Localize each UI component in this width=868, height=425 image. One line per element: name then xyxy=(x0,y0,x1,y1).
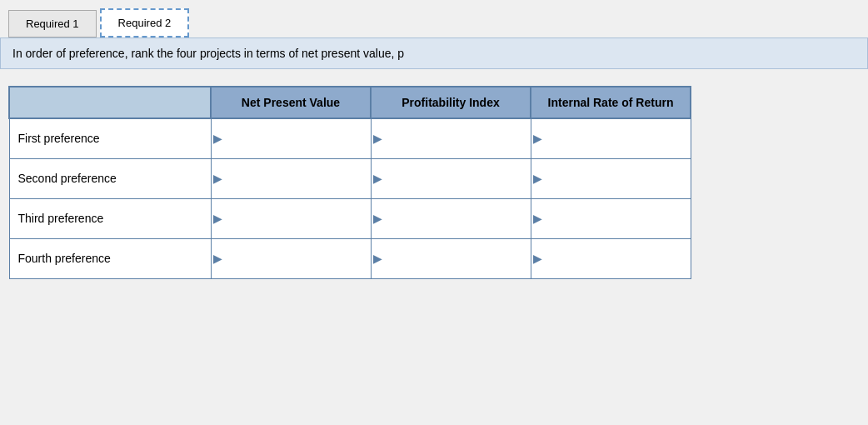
header-pi-text: Profitability Index xyxy=(402,96,499,109)
row3-irr-cell[interactable]: ▶ xyxy=(531,198,691,238)
tab-required1[interactable]: Required 1 xyxy=(8,10,97,38)
row4-label: Fourth preference xyxy=(9,238,211,278)
table-row: Fourth preference ▶ ▶ xyxy=(9,238,691,278)
row2-pi-cell[interactable]: ▶ xyxy=(371,158,531,198)
row2-irr-input[interactable] xyxy=(544,159,691,198)
row2-npv-arrow-icon: ▶ xyxy=(213,172,222,185)
header-npv: Net Present Value xyxy=(211,87,371,118)
row1-npv-cell[interactable]: ▶ xyxy=(211,118,371,158)
header-irr: Internal Rate of Return xyxy=(531,87,691,118)
row1-npv-input[interactable] xyxy=(224,119,371,158)
row3-label: Third preference xyxy=(9,198,211,238)
row4-npv-arrow-icon: ▶ xyxy=(213,252,222,265)
row3-pi-input[interactable] xyxy=(384,199,531,238)
page-container: Required 1 Required 2 In order of prefer… xyxy=(0,0,868,425)
table-row: Third preference ▶ ▶ xyxy=(9,198,691,238)
row4-pi-arrow-icon: ▶ xyxy=(373,252,382,265)
row2-label-text: Second preference xyxy=(18,172,117,185)
table-header-row: Net Present Value Profitability Index In… xyxy=(9,87,691,118)
row1-label-text: First preference xyxy=(18,132,100,145)
row4-irr-cell[interactable]: ▶ xyxy=(531,238,691,278)
row3-irr-arrow-icon: ▶ xyxy=(533,212,542,225)
row2-pi-input[interactable] xyxy=(384,159,531,198)
row2-npv-cell[interactable]: ▶ xyxy=(211,158,371,198)
row4-npv-cell[interactable]: ▶ xyxy=(211,238,371,278)
row4-label-text: Fourth preference xyxy=(18,252,111,265)
row4-irr-arrow-icon: ▶ xyxy=(533,252,542,265)
row1-irr-cell[interactable]: ▶ xyxy=(531,118,691,158)
tab-required2[interactable]: Required 2 xyxy=(100,8,190,38)
row3-pi-cell[interactable]: ▶ xyxy=(371,198,531,238)
table-row: Second preference ▶ ▶ xyxy=(9,158,691,198)
row1-label: First preference xyxy=(9,118,211,158)
row2-irr-cell[interactable]: ▶ xyxy=(531,158,691,198)
instruction-text: In order of preference, rank the four pr… xyxy=(12,47,404,60)
instruction-bar: In order of preference, rank the four pr… xyxy=(0,38,868,69)
tab-required2-label: Required 2 xyxy=(118,17,172,29)
row2-npv-input[interactable] xyxy=(224,159,371,198)
row1-irr-input[interactable] xyxy=(544,119,691,158)
row4-irr-input[interactable] xyxy=(544,239,691,278)
row3-pi-arrow-icon: ▶ xyxy=(373,212,382,225)
row2-irr-arrow-icon: ▶ xyxy=(533,172,542,185)
table-container: Net Present Value Profitability Index In… xyxy=(8,86,691,279)
table-row: First preference ▶ ▶ xyxy=(9,118,691,158)
row1-pi-arrow-icon: ▶ xyxy=(373,132,382,145)
row2-pi-arrow-icon: ▶ xyxy=(373,172,382,185)
row1-pi-cell[interactable]: ▶ xyxy=(371,118,531,158)
row3-irr-input[interactable] xyxy=(544,199,691,238)
row3-npv-input[interactable] xyxy=(224,199,371,238)
header-label-col xyxy=(9,87,211,118)
row4-pi-cell[interactable]: ▶ xyxy=(371,238,531,278)
header-pi: Profitability Index xyxy=(371,87,531,118)
header-npv-text: Net Present Value xyxy=(242,96,340,109)
row4-npv-input[interactable] xyxy=(224,239,371,278)
row3-npv-arrow-icon: ▶ xyxy=(213,212,222,225)
header-irr-text: Internal Rate of Return xyxy=(548,96,674,109)
row1-pi-input[interactable] xyxy=(384,119,531,158)
row1-npv-arrow-icon: ▶ xyxy=(213,132,222,145)
row3-npv-cell[interactable]: ▶ xyxy=(211,198,371,238)
tabs-row: Required 1 Required 2 xyxy=(8,8,868,38)
row2-label: Second preference xyxy=(9,158,211,198)
row4-pi-input[interactable] xyxy=(384,239,531,278)
row1-irr-arrow-icon: ▶ xyxy=(533,132,542,145)
row3-label-text: Third preference xyxy=(18,212,104,225)
tab-required1-label: Required 1 xyxy=(26,18,79,30)
preference-table: Net Present Value Profitability Index In… xyxy=(8,86,691,279)
